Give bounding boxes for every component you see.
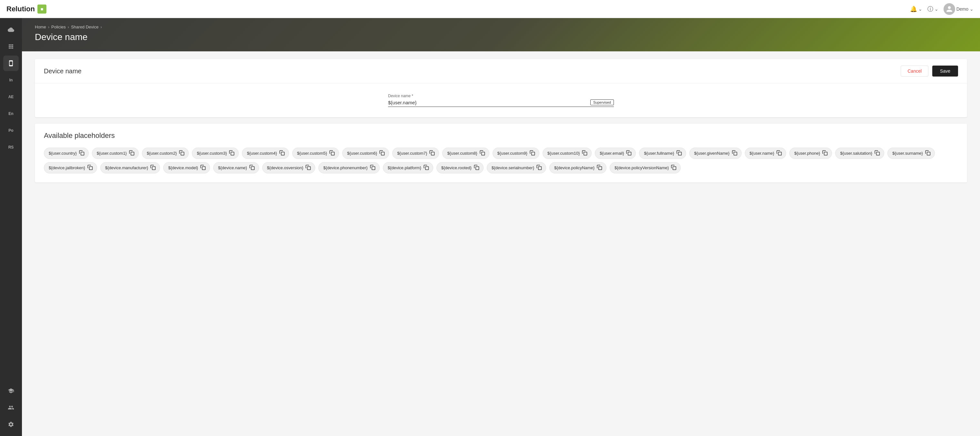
placeholders-title: Available placeholders <box>44 131 958 140</box>
placeholder-chip[interactable]: ${user.custom1} <box>92 148 139 159</box>
supervised-badge: Supervised <box>590 99 614 105</box>
copy-icon[interactable] <box>732 150 737 157</box>
svg-rect-6 <box>381 152 385 155</box>
copy-icon[interactable] <box>249 164 255 171</box>
placeholder-chip-label: ${user.givenName} <box>694 151 730 156</box>
svg-rect-25 <box>476 167 479 170</box>
copy-icon[interactable] <box>305 164 311 171</box>
placeholder-chip[interactable]: ${user.custom4} <box>242 148 289 159</box>
copy-icon[interactable] <box>329 150 335 157</box>
notifications-button[interactable]: 🔔 ⌄ <box>910 5 922 13</box>
placeholder-chip[interactable]: ${user.salutation} <box>835 148 884 159</box>
avatar <box>943 3 955 15</box>
sidebar-item-in[interactable]: In <box>3 72 19 88</box>
placeholder-chip[interactable]: ${user.custom5} <box>292 148 339 159</box>
copy-icon[interactable] <box>822 150 828 157</box>
placeholder-chip[interactable]: ${device.policyName} <box>549 162 606 173</box>
breadcrumb-sep-1: › <box>48 24 49 29</box>
copy-icon[interactable] <box>582 150 587 157</box>
placeholder-chip[interactable]: ${user.surname} <box>888 148 935 159</box>
copy-icon[interactable] <box>676 150 682 157</box>
copy-icon[interactable] <box>626 150 632 157</box>
sidebar-item-ae[interactable]: AE <box>3 89 19 105</box>
placeholder-chip[interactable]: ${user.givenName} <box>689 148 741 159</box>
user-chevron: ⌄ <box>970 6 974 12</box>
sidebar-item-po[interactable]: Po <box>3 123 19 138</box>
placeholder-chip[interactable]: ${device.policyVersionName} <box>610 162 681 173</box>
copy-icon[interactable] <box>423 164 429 171</box>
save-button[interactable]: Save <box>932 65 958 77</box>
placeholder-chip-label: ${user.custom5} <box>297 151 327 156</box>
device-name-input[interactable] <box>388 100 590 105</box>
placeholder-chip[interactable]: ${device.platform} <box>383 162 433 173</box>
placeholder-chip[interactable]: ${user.custom9} <box>493 148 539 159</box>
copy-icon[interactable] <box>150 164 156 171</box>
copy-icon[interactable] <box>200 164 206 171</box>
copy-icon[interactable] <box>529 150 535 157</box>
copy-icon[interactable] <box>671 164 676 171</box>
copy-icon[interactable] <box>776 150 782 157</box>
placeholder-chip[interactable]: ${user.country} <box>44 148 89 159</box>
copy-icon[interactable] <box>874 150 880 157</box>
breadcrumb-shared-device[interactable]: Shared Device <box>71 24 99 29</box>
copy-icon[interactable] <box>536 164 542 171</box>
user-menu-button[interactable]: Demo ⌄ <box>943 3 974 15</box>
svg-rect-27 <box>599 167 602 170</box>
sidebar-item-users[interactable] <box>3 400 19 415</box>
placeholder-chip[interactable]: ${device.model} <box>163 162 210 173</box>
copy-icon[interactable] <box>379 150 385 157</box>
placeholder-chip[interactable]: ${device.osversion} <box>262 162 315 173</box>
placeholder-chip[interactable]: ${user.custom10} <box>542 148 592 159</box>
sidebar-item-cloud[interactable] <box>3 22 19 37</box>
breadcrumb-policies[interactable]: Policies <box>51 24 66 29</box>
placeholder-chip[interactable]: ${user.custom7} <box>392 148 439 159</box>
copy-icon[interactable] <box>370 164 375 171</box>
breadcrumb-home[interactable]: Home <box>35 24 46 29</box>
placeholder-chip-label: ${device.serialnumber} <box>492 165 534 170</box>
sidebar-item-device[interactable] <box>3 56 19 71</box>
cancel-button[interactable]: Cancel <box>900 65 928 77</box>
copy-icon[interactable] <box>474 164 479 171</box>
placeholder-chip[interactable]: ${user.name} <box>745 148 786 159</box>
copy-icon[interactable] <box>479 150 485 157</box>
placeholder-chip-label: ${user.custom4} <box>247 151 277 156</box>
placeholder-chip-label: ${user.name} <box>750 151 775 156</box>
placeholder-chip-label: ${user.surname} <box>892 151 923 156</box>
svg-rect-3 <box>231 152 234 155</box>
placeholder-chip[interactable]: ${user.phone} <box>789 148 832 159</box>
sidebar-item-settings[interactable] <box>3 417 19 432</box>
svg-rect-10 <box>584 152 587 155</box>
placeholders-grid: ${user.country}${user.custom1}${user.cus… <box>44 148 958 173</box>
placeholder-chip[interactable]: ${user.custom6} <box>342 148 389 159</box>
svg-rect-19 <box>152 167 156 170</box>
placeholder-chip[interactable]: ${device.rooted} <box>436 162 484 173</box>
placeholder-chip[interactable]: ${device.name} <box>213 162 259 173</box>
copy-icon[interactable] <box>87 164 93 171</box>
device-name-label: Device name * <box>388 94 614 98</box>
sidebar-item-en[interactable]: En <box>3 106 19 121</box>
svg-rect-12 <box>678 152 681 155</box>
svg-rect-16 <box>877 152 880 155</box>
help-button[interactable]: ⓘ ⌄ <box>928 5 939 13</box>
placeholder-chip[interactable]: ${device.jailbroken} <box>44 162 97 173</box>
copy-icon[interactable] <box>179 150 185 157</box>
sidebar-item-apps[interactable] <box>3 39 19 54</box>
copy-icon[interactable] <box>279 150 285 157</box>
placeholder-chip[interactable]: ${device.manufacturer} <box>100 162 160 173</box>
copy-icon[interactable] <box>79 150 84 157</box>
placeholder-chip-label: ${device.jailbroken} <box>49 165 85 170</box>
placeholder-chip[interactable]: ${user.custom8} <box>442 148 489 159</box>
placeholder-chip[interactable]: ${user.fullname} <box>639 148 686 159</box>
copy-icon[interactable] <box>229 150 234 157</box>
sidebar-item-rs[interactable]: RS <box>3 139 19 155</box>
copy-icon[interactable] <box>429 150 435 157</box>
sidebar-item-education[interactable] <box>3 383 19 399</box>
placeholder-chip[interactable]: ${device.serialnumber} <box>487 162 546 173</box>
placeholder-chip[interactable]: ${user.email} <box>595 148 636 159</box>
copy-icon[interactable] <box>129 150 135 157</box>
copy-icon[interactable] <box>925 150 931 157</box>
placeholder-chip[interactable]: ${device.phonenumber} <box>318 162 379 173</box>
copy-icon[interactable] <box>597 164 602 171</box>
placeholder-chip[interactable]: ${user.custom3} <box>192 148 239 159</box>
placeholder-chip[interactable]: ${user.custom2} <box>142 148 189 159</box>
